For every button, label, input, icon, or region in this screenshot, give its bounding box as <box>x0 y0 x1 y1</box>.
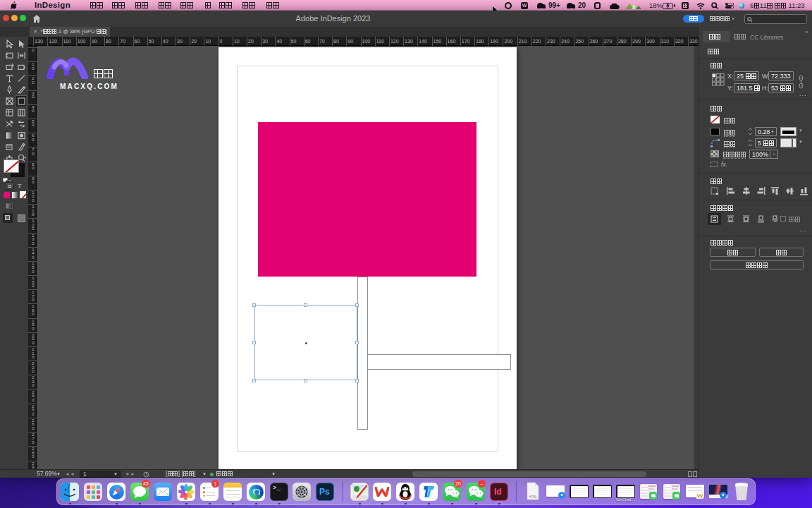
svg-text:HTML: HTML <box>529 495 538 499</box>
